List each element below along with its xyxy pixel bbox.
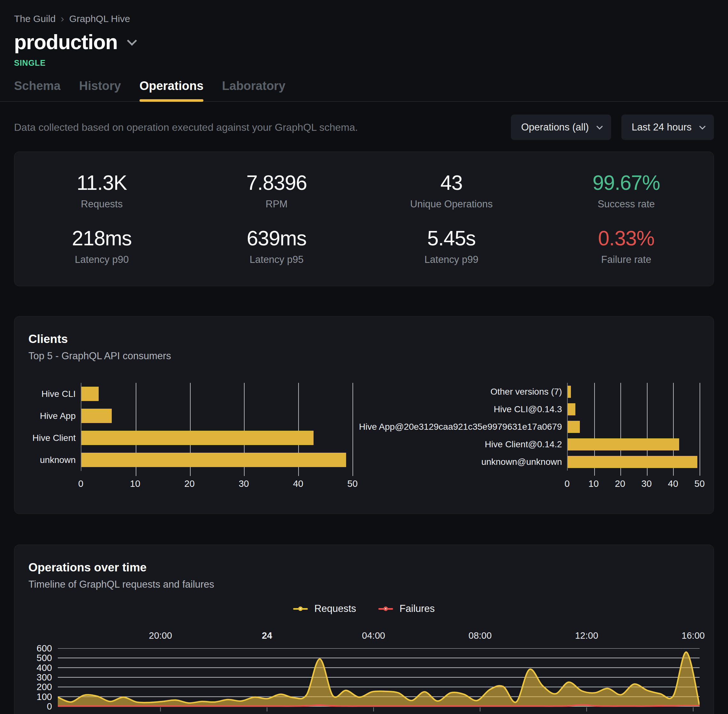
stat-label: Requests: [14, 198, 190, 210]
x-tick-label: 04:00: [362, 630, 385, 641]
breadcrumb-separator: ›: [61, 13, 64, 25]
legend-dot-icon: [384, 606, 388, 611]
breadcrumb: The Guild›GraphQL Hive: [14, 13, 714, 25]
timeline-spacer: [29, 712, 58, 714]
tab-laboratory[interactable]: Laboratory: [222, 79, 285, 101]
timeline-title: Operations over time: [29, 561, 699, 574]
bar: [81, 431, 314, 445]
stat-label: RPM: [190, 198, 364, 210]
stats-panel: 11.3KRequests7.8396RPM43Unique Operation…: [14, 152, 714, 286]
y-tick-label: 0: [47, 701, 52, 712]
stat-value: 0.33%: [539, 226, 714, 250]
bar-category-label: unknown: [29, 449, 81, 471]
bar: [81, 387, 99, 401]
x-tick-label: 40: [668, 478, 678, 489]
x-tick-label: 0: [564, 478, 570, 489]
bar: [568, 438, 679, 450]
clients-subtitle: Top 5 - GraphQL API consumers: [29, 350, 699, 362]
clients-by-name-chart: Hive CLIHive AppHive Clientunknown010203…: [29, 383, 352, 491]
y-tick-label: 100: [37, 692, 52, 702]
bar-row: [568, 435, 699, 453]
filter-row: Data collected based on operation execut…: [14, 114, 714, 140]
clients-by-version-chart: Other versions (7)Hive CLI@0.14.3Hive Ap…: [376, 383, 699, 491]
y-tick-label: 500: [37, 653, 52, 663]
requests-area: [58, 652, 699, 706]
x-tick-label: 10: [130, 478, 140, 489]
bar-row: [81, 449, 352, 471]
bar-chart-x-axis: 01020304050: [567, 478, 699, 491]
bar-row: [568, 418, 699, 435]
x-tick-label: 40: [293, 478, 303, 489]
stat-latency-p90: 218msLatency p90: [14, 226, 190, 266]
y-tick-label: 200: [37, 682, 52, 692]
stat-latency-p95: 639msLatency p95: [190, 226, 364, 266]
stat-label: Latency p99: [364, 254, 539, 266]
legend-item-failures[interactable]: Failures: [378, 603, 435, 615]
stat-unique-operations: 43Unique Operations: [364, 171, 539, 210]
bar-chart-plot: [567, 383, 699, 471]
page-description: Data collected based on operation execut…: [14, 122, 501, 134]
legend-label: Requests: [314, 603, 356, 615]
x-tick-label: 20:00: [149, 630, 172, 641]
chevron-down-icon[interactable]: [127, 36, 137, 46]
x-tick-label: 12:00: [575, 630, 599, 641]
bar-chart-plot: [81, 383, 352, 471]
x-tick-label: 50: [695, 478, 705, 489]
stat-value: 43: [364, 171, 539, 195]
bar-chart-x-axis: 01020304050: [81, 478, 352, 491]
breadcrumb-item[interactable]: GraphQL Hive: [69, 14, 130, 24]
stat-value: 7.8396: [190, 171, 364, 195]
operations-filter-dropdown[interactable]: Operations (all): [511, 114, 611, 140]
tab-history[interactable]: History: [79, 79, 121, 101]
tab-operations[interactable]: Operations: [140, 79, 204, 101]
x-tick-label: 24: [262, 630, 272, 641]
stat-requests: 11.3KRequests: [14, 171, 190, 210]
legend-marker-icon: [378, 608, 393, 610]
x-tick-label: 50: [347, 478, 358, 489]
bar-chart-spacer: [376, 471, 567, 492]
bar: [81, 453, 346, 467]
legend-item-requests[interactable]: Requests: [293, 603, 356, 615]
chevron-down-icon: [596, 123, 603, 129]
stat-value: 639ms: [190, 226, 364, 250]
bar-row: [568, 400, 699, 418]
bar-row: [81, 405, 352, 427]
stat-label: Latency p95: [190, 254, 364, 266]
time-range-dropdown[interactable]: Last 24 hours: [621, 114, 714, 140]
bar: [568, 421, 580, 433]
bar-category-label: Other versions (7): [376, 383, 567, 400]
x-tick-label: 08:00: [468, 630, 492, 641]
main-content: Data collected based on operation execut…: [0, 114, 728, 714]
bar: [568, 386, 571, 398]
tab-schema[interactable]: Schema: [14, 79, 61, 101]
page-title: production: [14, 30, 117, 54]
stat-success-rate: 99.67%Success rate: [539, 171, 714, 210]
chevron-down-icon: [699, 123, 705, 129]
stat-label: Success rate: [539, 198, 714, 210]
bar: [568, 456, 697, 468]
clients-title: Clients: [29, 332, 699, 346]
x-tick-label: 20: [184, 478, 194, 489]
x-tick-label: 30: [641, 478, 652, 489]
operations-filter-label: Operations (all): [521, 122, 589, 133]
stat-value: 99.67%: [539, 171, 714, 195]
bar-chart-spacer: [29, 471, 81, 491]
clients-card: Clients Top 5 - GraphQL API consumers Hi…: [14, 316, 714, 514]
bar-category-label: Hive CLI: [29, 383, 81, 405]
bar-category-label: Hive Client: [29, 427, 81, 449]
stat-failure-rate: 0.33%Failure rate: [539, 226, 714, 266]
bar-row: [568, 453, 699, 471]
stat-label: Unique Operations: [364, 198, 539, 210]
stat-label: Latency p90: [14, 254, 190, 266]
stat-value: 5.45s: [364, 226, 539, 250]
x-tick-label: 30: [239, 478, 249, 489]
x-tick-label: 16:00: [682, 630, 705, 641]
gridline: [352, 383, 353, 476]
time-range-label: Last 24 hours: [632, 122, 692, 133]
stat-value: 11.3K: [14, 171, 190, 195]
gridline: [699, 383, 700, 476]
timeline-plot: [58, 648, 699, 712]
breadcrumb-item[interactable]: The Guild: [14, 14, 56, 24]
stat-rpm: 7.8396RPM: [190, 171, 364, 210]
bar-row: [81, 427, 352, 449]
